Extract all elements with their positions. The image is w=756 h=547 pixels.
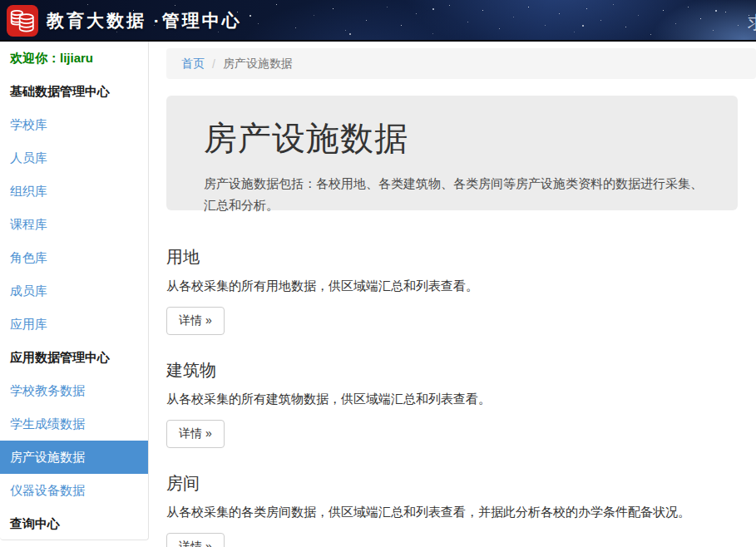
breadcrumb: 首页 / 房产设施数据 [166,48,756,79]
sidebar-item-course-library[interactable]: 课程库 [0,208,148,241]
sidebar-item-organization-library[interactable]: 组织库 [0,175,148,208]
feature-list: 用地 从各校采集的所有用地数据，供区域端汇总和列表查看。 详情 » 建筑物 从各… [166,246,756,547]
feature-building-title: 建筑物 [166,359,756,382]
welcome-user-text: 欢迎你：lijiaru [0,42,148,75]
sidebar-section-query-center: 查询中心 [0,507,148,540]
sidebar-item-student-grades-data[interactable]: 学生成绩数据 [0,407,148,441]
breadcrumb-home-link[interactable]: 首页 [181,57,205,71]
app-header: 教育大数据 ·管理中心 求 [0,0,756,42]
feature-land: 用地 从各校采集的所有用地数据，供区域端汇总和列表查看。 详情 » [166,246,756,335]
feature-land-title: 用地 [166,246,756,269]
sidebar-item-instrument-equipment-data[interactable]: 仪器设备数据 [0,474,148,507]
feature-building-details-button[interactable]: 详情 » [166,420,225,448]
feature-land-details-button[interactable]: 详情 » [166,307,225,335]
page-description: 房产设施数据包括：各校用地、各类建筑物、各类房间等房产设施类资料的数据进行采集、… [204,173,708,217]
sidebar-section-app-data: 应用数据管理中心 [0,341,148,374]
feature-building: 建筑物 从各校采集的所有建筑物数据，供区域端汇总和列表查看。 详情 » [166,359,756,448]
feature-building-description: 从各校采集的所有建筑物数据，供区域端汇总和列表查看。 [166,392,756,407]
feature-room-details-button[interactable]: 详情 » [166,533,225,547]
sidebar-item-role-library[interactable]: 角色库 [0,241,148,274]
feature-room-title: 房间 [166,472,756,495]
breadcrumb-current: 房产设施数据 [223,57,293,71]
page-title: 房产设施数据 [204,116,700,161]
feature-land-description: 从各校采集的所有用地数据，供区域端汇总和列表查看。 [166,278,756,294]
sidebar-item-property-facility-data[interactable]: 房产设施数据 [0,441,148,474]
feature-room-description: 从各校采集的各类房间数据，供区域端汇总和列表查看，并据此分析各校的办学条件配备状… [166,505,756,520]
main-content: 首页 / 房产设施数据 房产设施数据 房产设施数据包括：各校用地、各类建筑物、各… [166,42,756,547]
sidebar-item-school-academic-data[interactable]: 学校教务数据 [0,374,148,407]
page-hero: 房产设施数据 房产设施数据包括：各校用地、各类建筑物、各类房间等房产设施类资料的… [166,96,738,210]
brand: 教育大数据 ·管理中心 [7,5,242,37]
sidebar-item-member-library[interactable]: 成员库 [0,274,148,308]
sidebar-section-basic-data: 基础数据管理中心 [0,75,148,108]
starfield-bright-decoration [0,0,2,2]
header-right-link-partial[interactable]: 求 [748,11,756,34]
app-title: 教育大数据 ·管理中心 [47,9,242,32]
breadcrumb-separator: / [212,57,215,71]
feature-room: 房间 从各校采集的各类房间数据，供区域端汇总和列表查看，并据此分析各校的办学条件… [166,472,756,547]
sidebar-item-application-library[interactable]: 应用库 [0,308,148,341]
sidebar-item-personnel-library[interactable]: 人员库 [0,141,148,175]
database-stack-icon [7,5,38,37]
sidebar-item-school-library[interactable]: 学校库 [0,108,148,141]
sidebar-nav: 欢迎你：lijiaru 基础数据管理中心 学校库 人员库 组织库 课程库 角色库… [0,42,149,540]
